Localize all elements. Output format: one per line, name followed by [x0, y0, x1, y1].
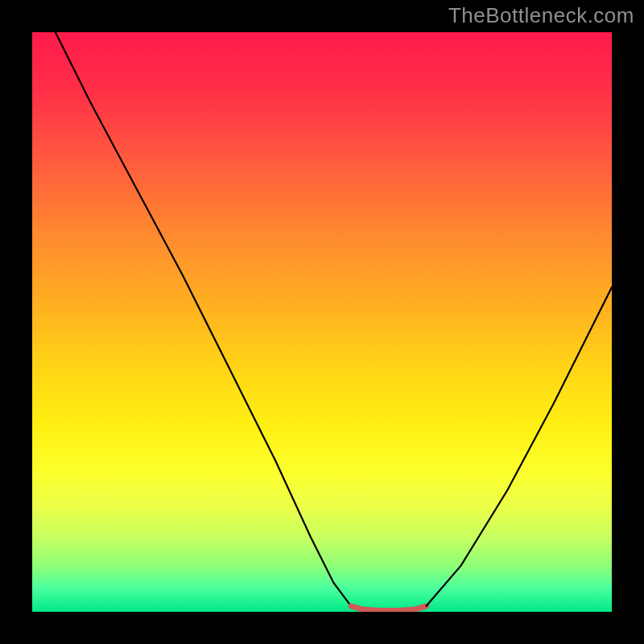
chart-frame: TheBottleneck.com [0, 0, 644, 644]
left-branch-path [56, 32, 351, 606]
curve-layer [32, 32, 612, 612]
valley-path [351, 606, 427, 611]
watermark-text: TheBottleneck.com [448, 3, 634, 28]
plot-area [32, 32, 612, 612]
right-branch-path [427, 287, 612, 606]
